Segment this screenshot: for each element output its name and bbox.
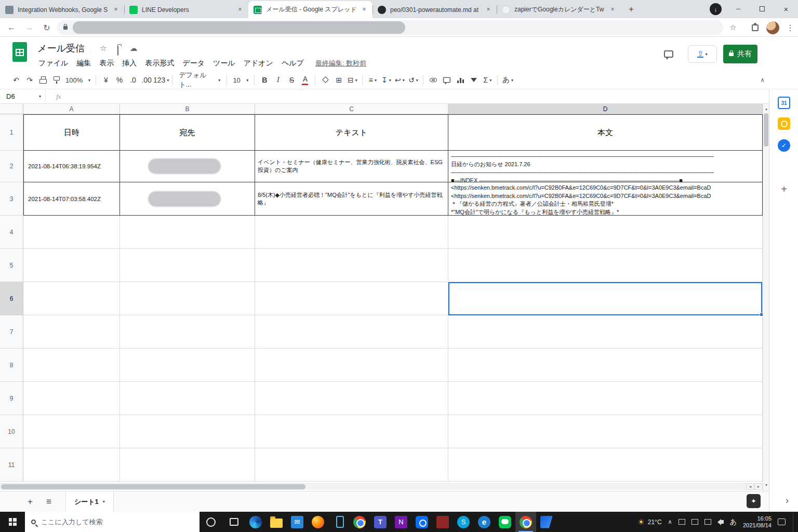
font-family-select[interactable]: デフォルト...▾ — [176, 73, 223, 87]
horizontal-scrollbar[interactable] — [0, 483, 746, 490]
explore-button[interactable]: ✦ — [747, 494, 761, 508]
weather-widget[interactable]: ☀ 21°C — [637, 517, 661, 527]
row-header-8[interactable]: 8 — [0, 349, 23, 382]
star-document-icon[interactable]: ☆ — [98, 44, 109, 53]
cell-D9[interactable] — [448, 382, 763, 415]
browser-menu-icon[interactable]: ⋮ — [783, 21, 797, 34]
taskbar-app-your-phone[interactable] — [328, 512, 349, 532]
taskbar-app-file-explorer[interactable] — [266, 512, 287, 532]
cell-C4[interactable] — [255, 216, 448, 249]
text-color-button[interactable]: A — [298, 73, 312, 87]
cell-D2[interactable]: ――――――――――――――――――――――――――――――――――――――――… — [448, 151, 763, 182]
cell-D5[interactable] — [448, 249, 763, 282]
row-header-11[interactable]: 11 — [0, 448, 23, 482]
cell-C10[interactable] — [255, 415, 448, 448]
scroll-right-button[interactable]: ▸ — [754, 483, 763, 490]
menu-format[interactable]: 表示形式 — [141, 57, 178, 70]
cell-B2[interactable] — [120, 151, 255, 182]
cell-C1[interactable]: テキスト — [255, 114, 448, 151]
taskbar-app-edge-legacy[interactable]: e — [474, 512, 495, 532]
last-edit-link[interactable]: 最終編集: 数秒前 — [315, 59, 366, 68]
row-header-7[interactable]: 7 — [0, 315, 23, 349]
increase-decimal-button[interactable]: .00 — [140, 73, 153, 87]
column-header-B[interactable]: B — [120, 104, 255, 114]
create-filter-button[interactable] — [467, 73, 481, 87]
menu-help[interactable]: ヘルプ — [277, 57, 308, 70]
text-wrap-button[interactable]: ↩▾ — [393, 73, 406, 87]
row-header-9[interactable]: 9 — [0, 382, 23, 415]
menu-addons[interactable]: アドオン — [240, 57, 277, 70]
calendar-icon[interactable]: 31 — [778, 97, 790, 109]
sheet-tab-active[interactable]: シート1 ▾ — [65, 491, 114, 512]
window-maximize-button[interactable] — [750, 0, 774, 18]
cell-A10[interactable] — [23, 415, 120, 448]
menu-view[interactable]: 表示 — [95, 57, 118, 70]
taskbar-app-line[interactable] — [495, 512, 515, 532]
tab-close-icon[interactable]: × — [236, 6, 244, 14]
zoom-select[interactable]: 100%▾ — [63, 73, 92, 87]
taskbar-app-edge[interactable] — [245, 512, 266, 532]
cell-A5[interactable] — [23, 249, 120, 282]
cell-C11[interactable] — [255, 448, 448, 482]
cell-B6[interactable] — [120, 282, 255, 315]
column-header-A[interactable]: A — [23, 104, 120, 114]
row-header-3[interactable]: 3 — [0, 182, 23, 216]
hide-menus-button[interactable]: ∧ — [760, 76, 765, 84]
cortana-button[interactable] — [200, 512, 222, 532]
taskbar-app-camera[interactable] — [411, 512, 432, 532]
scroll-left-button[interactable]: ◂ — [746, 483, 754, 490]
cell-D3[interactable]: <https://senken.bmetrack.com/c/l?u=C92B0… — [448, 182, 763, 216]
name-box[interactable]: D6 ▾ — [0, 89, 46, 103]
cell-B9[interactable] — [120, 382, 255, 415]
print-button[interactable] — [36, 73, 50, 87]
tab-close-icon[interactable]: × — [360, 6, 368, 14]
cell-B7[interactable] — [120, 315, 255, 349]
cell-C8[interactable] — [255, 349, 448, 382]
menu-tools[interactable]: ツール — [209, 57, 240, 70]
new-tab-button[interactable]: + — [624, 2, 639, 17]
task-view-button[interactable] — [222, 512, 245, 532]
row-header-6[interactable]: 6 — [0, 282, 23, 315]
row-header-4[interactable]: 4 — [0, 216, 23, 249]
cell-B11[interactable] — [120, 448, 255, 482]
taskbar-app-skype[interactable]: S — [453, 512, 474, 532]
cell-B1[interactable]: 宛先 — [120, 114, 255, 151]
borders-button[interactable]: ⊞ — [332, 73, 345, 87]
tray-status-icon[interactable] — [704, 519, 711, 525]
horizontal-scroll-thumb[interactable] — [1, 484, 305, 489]
insert-comment-button[interactable] — [440, 73, 454, 87]
vertical-align-button[interactable]: ↧▾ — [379, 73, 393, 87]
browser-tab-webhooks[interactable]: Integration Webhooks, Google S × — [0, 1, 124, 18]
cell-C9[interactable] — [255, 382, 448, 415]
cell-A7[interactable] — [23, 315, 120, 349]
browser-update-badge-icon[interactable]: ↓ — [710, 3, 722, 15]
font-size-select[interactable]: 10▾ — [230, 73, 251, 87]
cell-D4[interactable] — [448, 216, 763, 249]
cell-B4[interactable] — [120, 216, 255, 249]
cell-A9[interactable] — [23, 382, 120, 415]
extensions-icon[interactable] — [748, 21, 762, 34]
format-currency-button[interactable]: ¥ — [99, 73, 113, 87]
cell-A6[interactable] — [23, 282, 120, 315]
reload-button[interactable]: ↻ — [39, 20, 54, 35]
cell-D11[interactable] — [448, 448, 763, 482]
cell-D10[interactable] — [448, 415, 763, 448]
cell-D7[interactable] — [448, 315, 763, 349]
cell-C5[interactable] — [255, 249, 448, 282]
taskbar-app-firefox[interactable] — [308, 512, 328, 532]
tab-close-icon[interactable]: × — [608, 6, 617, 14]
cell-D6-selected[interactable] — [448, 282, 763, 315]
cell-C6[interactable] — [255, 282, 448, 315]
tray-status-icon[interactable] — [691, 519, 698, 525]
side-panel-toggle-icon[interactable]: › — [779, 493, 795, 508]
tasks-icon[interactable]: ✓ — [778, 139, 790, 152]
cloud-saved-icon[interactable]: ☁ — [128, 44, 139, 53]
keep-icon[interactable] — [778, 117, 790, 130]
horizontal-align-button[interactable]: ≡▾ — [366, 73, 379, 87]
document-title[interactable]: メール受信 — [37, 42, 85, 55]
cell-C7[interactable] — [255, 315, 448, 349]
insert-chart-button[interactable] — [454, 73, 467, 87]
functions-button[interactable]: Σ▾ — [481, 73, 494, 87]
browser-tab-sheets-active[interactable]: メール受信 - Google スプレッドシート × — [248, 1, 373, 18]
menu-data[interactable]: データ — [178, 57, 209, 70]
